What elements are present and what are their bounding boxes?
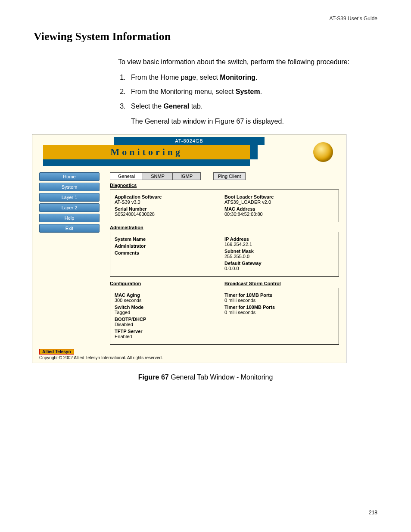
page-number: 218 (369, 510, 377, 516)
admin-box: System Name Administrator Comments IP Ad… (110, 232, 339, 277)
config-headings: Configuration Broadcast Storm Control (110, 281, 339, 286)
page-header: AT-S39 User's Guide (34, 16, 377, 22)
step-3-note: The General tab window in Figure 67 is d… (131, 117, 364, 126)
step-2: From the Monitoring menu, select System. (128, 87, 364, 96)
tab-igmp[interactable]: IGMP (172, 172, 201, 180)
admin-heading: Administration (110, 225, 339, 230)
intro-paragraph: To view basic information about the swit… (118, 57, 364, 67)
tab-general[interactable]: General (110, 172, 143, 180)
ribbon-title: Monitoring (43, 145, 250, 159)
tab-row: General SNMP IGMP Ping Client (110, 172, 339, 180)
figure-67-screenshot: AT-8024GB Monitoring Home System Layer 1… (32, 134, 346, 363)
procedure-steps: From the Home page, select Monitoring. F… (118, 73, 364, 126)
diag-heading: Diagnostics (110, 183, 339, 188)
section-heading: Viewing System Information (34, 30, 377, 45)
title-ribbon: Monitoring (32, 145, 346, 159)
nav-layer1[interactable]: Layer 1 (39, 193, 100, 202)
footer-copyright: Copyright © 2002 Allied Telesyn Internat… (39, 355, 339, 360)
globe-icon (313, 142, 333, 162)
step-1: From the Home page, select Monitoring. (128, 73, 364, 82)
nav-exit[interactable]: Exit (39, 224, 100, 233)
nav-layer2[interactable]: Layer 2 (39, 203, 100, 212)
sidebar-nav: Home System Layer 1 Layer 2 Help Exit (39, 172, 100, 345)
nav-system[interactable]: System (39, 183, 100, 191)
footer-logo: Allied Telesyn (39, 349, 74, 355)
figure-caption: Figure 67 General Tab Window - Monitorin… (34, 373, 377, 381)
product-strip: AT-8024GB (114, 137, 264, 145)
step-3: Select the General tab. The General tab … (128, 102, 364, 126)
nav-home[interactable]: Home (39, 172, 100, 181)
nav-help[interactable]: Help (39, 214, 100, 222)
tab-snmp[interactable]: SNMP (143, 172, 173, 180)
config-box: MAC Aging300 seconds Switch ModeTagged B… (110, 288, 339, 345)
tab-ping-client[interactable]: Ping Client (213, 172, 246, 180)
diag-box: Application SoftwareAT-S39 v3.0 Serial N… (110, 190, 339, 222)
figure-footer: Allied Telesyn Copyright © 2002 Allied T… (32, 349, 346, 363)
